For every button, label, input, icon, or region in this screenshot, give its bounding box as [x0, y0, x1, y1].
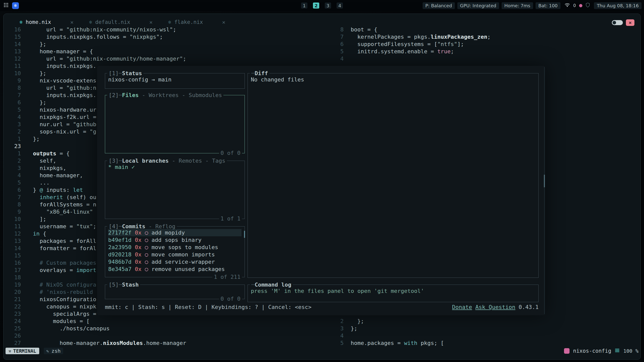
line-number: 2 — [4, 157, 21, 164]
line-number: 10 — [4, 70, 21, 77]
launcher-badge-icon[interactable]: ❄ — [12, 2, 19, 9]
line-number: 4 — [4, 172, 21, 179]
notification-dot-icon[interactable] — [579, 4, 582, 7]
commit-message: add sops binary — [151, 237, 202, 243]
lazygit-stash-panel[interactable]: [5]─Stash 0 of 0 — [105, 285, 245, 299]
commits-scrollbar-thumb[interactable] — [244, 231, 245, 238]
window-controls: × — [612, 19, 634, 26]
window-toggle[interactable] — [612, 20, 623, 25]
tab-close-icon[interactable]: × — [222, 19, 225, 25]
line-number: 10 — [4, 215, 21, 223]
line-number: 12 — [4, 55, 21, 62]
keybinding-hints: mmit: c | Stash: s | Reset: D | Keybindi… — [105, 303, 311, 311]
pane-scrollbar-track[interactable] — [544, 67, 545, 314]
workspace-button-3[interactable]: 3 — [325, 3, 331, 9]
donate-link[interactable]: Donate — [452, 303, 472, 311]
line-number: 1 — [4, 150, 21, 157]
line-number: 3 — [4, 121, 21, 128]
line-number: 23 — [4, 310, 21, 318]
volume-list-icon[interactable] — [615, 348, 620, 354]
branch-item[interactable]: * main ✓ — [108, 163, 242, 171]
ask-question-link[interactable]: Ask Question — [475, 303, 515, 311]
pencil-icon: ✎ — [46, 348, 49, 354]
line-number: 19 — [4, 281, 21, 288]
repo-branch-status: nixos-config → main — [108, 76, 172, 83]
zellij-tab-home.nix[interactable]: ❄home.nix× — [20, 19, 73, 25]
lazygit-status-panel[interactable]: [1]─Status nixos-config → main — [105, 73, 245, 89]
bluetooth-count[interactable]: 0 — [573, 3, 576, 8]
tab-close-icon[interactable]: × — [70, 19, 73, 25]
code-line: 25 ./hosts/canopus — [4, 325, 335, 332]
tab-close-icon[interactable]: × — [149, 19, 153, 25]
status-segment: Bat: 100 — [536, 2, 560, 9]
line-number: 8 — [335, 26, 344, 33]
code-line: 4 — [335, 332, 640, 339]
line-number: 3 — [4, 164, 21, 172]
commit-graph-node: ○ — [145, 230, 148, 236]
commit-hash: d920218 — [108, 251, 132, 258]
line-number: 5 — [335, 48, 344, 55]
lazygit-command-log-panel[interactable]: ─Command log press 'M' in the files pane… — [248, 285, 539, 302]
commit-graph-node: ○ — [145, 259, 148, 265]
line-number: 9 — [4, 208, 21, 215]
code-line: 6 supportedFilesystems = ["ntfs"]; — [335, 40, 640, 48]
line-number: 13 — [4, 237, 21, 245]
shield-icon[interactable] — [586, 3, 590, 9]
commit-row[interactable]: 2717f2f 0x ○ add mopidy — [108, 229, 242, 236]
status-segment: GPU: Integrated — [457, 2, 499, 9]
line-number: 15 — [4, 33, 21, 40]
line-number: 8 — [4, 84, 21, 92]
diff-message: No changed files — [251, 76, 304, 83]
line-number: 7 — [4, 92, 21, 99]
wifi-icon[interactable] — [565, 3, 570, 8]
lazygit-diff-panel[interactable]: ─Diff No changed files — [248, 73, 539, 278]
commit-graph-node: ○ — [145, 251, 148, 258]
line-number: 6 — [335, 40, 344, 48]
line-number: 21 — [4, 296, 21, 303]
pane-tab-zsh[interactable]: ✎ zsh — [44, 348, 63, 354]
app-grid-icon[interactable] — [4, 3, 9, 9]
line-number: 6 — [4, 99, 21, 106]
files-count: 0 of 0 — [219, 149, 242, 157]
line-number: 8 — [4, 201, 21, 208]
commit-row[interactable]: 8e345a7 0x ○ remove unused packages — [108, 265, 242, 273]
zellij-tab-default.nix[interactable]: ❄default.nix× — [89, 19, 152, 25]
mode-indicator: ⚒ TERMINAL — [6, 348, 39, 354]
workspace-button-2[interactable]: 2 — [313, 3, 319, 9]
code-line: 7 kernelPackages = pkgs.linuxPackages_ze… — [335, 33, 640, 40]
files-list — [105, 95, 245, 153]
tab-label: flake.nix — [174, 19, 203, 25]
commit-row[interactable]: 2a23950 0x ○ move sops to modules — [108, 244, 242, 251]
commit-author: 0x — [135, 251, 142, 258]
commit-message: move sops to modules — [151, 244, 218, 250]
clock[interactable]: Thu Aug 08, 18:16 — [594, 2, 641, 9]
code-line: 15 inputs.nixpkgs.follows = "nixpkgs"; — [4, 33, 335, 40]
zellij-tab-flake.nix[interactable]: ❄flake.nix× — [168, 19, 225, 25]
line-number: 4 — [4, 113, 21, 121]
commit-hash: b49ef1d — [108, 237, 132, 243]
commit-author: 0x — [135, 237, 142, 243]
lazygit-bottom-bar: mmit: c | Stash: s | Reset: D | Keybindi… — [105, 303, 539, 311]
line-number: 9 — [4, 77, 21, 84]
window-close-button[interactable]: × — [626, 19, 634, 26]
line-number: 4 — [335, 55, 344, 62]
lazygit-branches-panel[interactable]: [3]─Local branches - Remotes - Tags * ma… — [105, 161, 245, 219]
code-line: 4 — [335, 55, 640, 62]
line-number: 17 — [4, 266, 21, 274]
line-number: 1 — [4, 135, 21, 143]
volume-value: 100 % — [623, 348, 638, 354]
workspace-button-1[interactable]: 1 — [301, 3, 307, 9]
commit-hash: 8e345a7 — [108, 266, 132, 272]
pane-scrollbar-thumb[interactable] — [544, 175, 545, 187]
workspace-button-4[interactable]: 4 — [337, 3, 343, 9]
commit-row[interactable]: 9486b7d 0x ○ add service-wrapper — [108, 258, 242, 265]
status-segment: Home: 7ms — [502, 2, 533, 9]
commit-row[interactable]: d920218 0x ○ move common imports — [108, 251, 242, 258]
commit-message: move common imports — [151, 251, 215, 258]
lazygit-files-panel[interactable]: [2]─Files - Worktrees - Submodules 0 of … — [105, 95, 245, 153]
commit-row[interactable]: b49ef1d 0x ○ add sops binary — [108, 236, 242, 244]
commit-graph-node: ○ — [145, 244, 148, 250]
lazygit-commits-panel[interactable]: [4]─Commits - Reflog 2717f2f 0x ○ add mo… — [105, 226, 245, 277]
commit-message: add service-wrapper — [151, 259, 215, 265]
line-number: 14 — [4, 40, 21, 48]
